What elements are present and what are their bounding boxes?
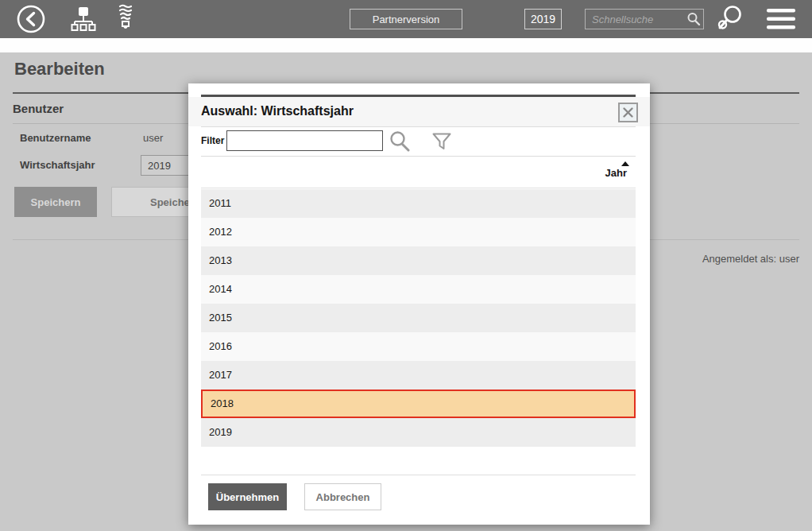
page-title: Bearbeiten <box>14 59 105 79</box>
save-button[interactable]: Speichern <box>14 187 97 217</box>
fiscal-year-label: Wirtschaftsjahr <box>20 159 95 171</box>
apply-button[interactable]: Übernehmen <box>208 483 287 510</box>
bulb-icon <box>117 3 134 35</box>
username-label: Benutzername <box>20 132 91 144</box>
dialog-title-divider <box>201 126 636 127</box>
filter-search-button[interactable] <box>387 129 412 154</box>
quick-search-input[interactable] <box>586 14 684 25</box>
hierarchy-icon <box>69 5 98 33</box>
list-item[interactable]: 2019 <box>201 418 636 447</box>
year-list: 201120122013201420152016201720182019 <box>201 189 636 447</box>
filter-label: Filter <box>201 135 224 146</box>
top-bar: Partnerversion 2019 <box>0 0 812 38</box>
logged-in-as: Angemeldet als: user <box>702 253 799 265</box>
partnerversion-button[interactable]: Partnerversion <box>350 9 462 29</box>
filter-input[interactable] <box>226 130 383 151</box>
list-item[interactable]: 2014 <box>201 275 636 304</box>
close-icon <box>622 107 634 118</box>
cancel-button[interactable]: Abbrechen <box>304 483 381 510</box>
search-icon <box>388 130 412 153</box>
back-icon <box>16 4 46 34</box>
quick-search-icon[interactable] <box>684 10 703 29</box>
dialog-top-rule <box>201 95 636 97</box>
username-value: user <box>143 132 163 144</box>
year-selection-dialog: Auswahl: Wirtschaftsjahr Filter Jahr <box>188 83 650 525</box>
column-header-label: Jahr <box>605 167 627 179</box>
list-item[interactable]: 2011 <box>201 189 636 218</box>
dialog-title: Auswahl: Wirtschaftsjahr <box>201 104 354 118</box>
list-item[interactable]: 2017 <box>201 361 636 390</box>
list-item[interactable]: 2018 <box>201 390 636 418</box>
list-item[interactable]: 2015 <box>201 304 636 332</box>
back-button[interactable] <box>14 0 48 38</box>
year-badge[interactable]: 2019 <box>524 9 562 29</box>
quick-search-box <box>585 9 704 29</box>
advanced-search-button[interactable] <box>712 0 747 38</box>
close-button[interactable] <box>618 103 638 122</box>
list-item[interactable]: 2012 <box>201 218 636 246</box>
list-item[interactable]: 2013 <box>201 246 636 275</box>
column-header-jahr[interactable]: Jahr <box>201 157 636 188</box>
list-item[interactable]: 2016 <box>201 332 636 361</box>
dialog-footer-divider <box>201 475 636 475</box>
menu-icon <box>765 7 797 31</box>
advanced-search-icon <box>714 4 744 34</box>
sort-ascending-icon <box>621 161 629 166</box>
menu-button[interactable] <box>763 0 799 38</box>
header-divider-strip <box>0 38 812 52</box>
funnel-icon <box>431 131 452 152</box>
filter-funnel-button[interactable] <box>431 130 453 153</box>
hierarchy-button[interactable] <box>67 0 100 38</box>
section-title: Benutzer <box>13 102 64 115</box>
energy-bulb-button[interactable] <box>113 0 138 38</box>
